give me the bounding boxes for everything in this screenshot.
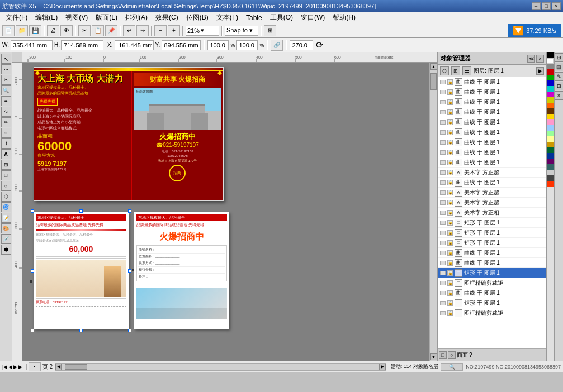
scroll-down-btn[interactable]: ▼ xyxy=(430,353,437,360)
objects-list[interactable]: 🔓曲曲线 于 图层 1🔓曲曲线 于 图层 1🔓曲曲线 于 图层 1🔓曲曲线 于 … xyxy=(438,77,546,348)
cut-button[interactable]: ✂ xyxy=(78,25,91,36)
obj-eye-7[interactable] xyxy=(440,150,446,155)
menu-item-o[interactable]: 工具(O) xyxy=(267,12,296,23)
lock-aspect-btn[interactable]: 🔗 xyxy=(271,40,283,51)
obj-eye-8[interactable] xyxy=(440,160,446,165)
obj-eye-2[interactable] xyxy=(440,100,446,104)
menu-item-c[interactable]: 效果(C) xyxy=(152,12,182,23)
color-blue[interactable] xyxy=(547,80,554,86)
obj-lock-6[interactable]: 🔓 xyxy=(447,140,453,145)
obj-eye-19[interactable] xyxy=(440,271,446,275)
rect-tool[interactable]: □ xyxy=(1,170,11,180)
mini-tool4[interactable]: ⊡ xyxy=(555,82,564,90)
obj-eye-17[interactable] xyxy=(440,251,446,255)
obj-eye-15[interactable] xyxy=(440,231,446,235)
obj-eye-3[interactable] xyxy=(440,110,446,114)
obj-item-21[interactable]: 🔓曲曲线 于 图层 1 xyxy=(438,288,546,298)
obj-item-11[interactable]: 🔓A美术字 方正超 xyxy=(438,188,546,198)
obj-lock-21[interactable]: 🔓 xyxy=(447,290,453,296)
page-nav[interactable]: |◀ ◀ ▶ ▶| xyxy=(0,364,27,370)
h-scroll-thumb[interactable] xyxy=(65,364,87,370)
page-nav-next[interactable]: ▶ xyxy=(13,364,17,370)
menu-item-w[interactable]: 窗口(W) xyxy=(297,12,328,23)
menu-item-table[interactable]: Table xyxy=(243,13,266,23)
color-gray[interactable] xyxy=(547,64,554,69)
color-gold[interactable] xyxy=(547,114,554,119)
menu-item-a[interactable]: 排列(A) xyxy=(122,12,151,23)
obj-item-20[interactable]: 🔓□图框精确剪裁矩 xyxy=(438,278,546,288)
minimize-button[interactable]: − xyxy=(532,2,541,10)
obj-item-10[interactable]: 🔓曲曲线 于 图层 1 xyxy=(438,178,546,188)
obj-lock-0[interactable]: 🔓 xyxy=(447,79,453,85)
obj-item-8[interactable]: 🔓曲曲线 于 图层 1 xyxy=(438,157,546,168)
zoom-in-button[interactable]: + xyxy=(168,25,180,36)
obj-lock-23[interactable]: 🔓 xyxy=(447,310,453,316)
crop-tool[interactable]: ✂ xyxy=(1,75,11,85)
obj-eye-16[interactable] xyxy=(440,241,446,245)
color-light-green[interactable] xyxy=(547,131,554,136)
node-tool[interactable]: ⋯ xyxy=(1,64,11,74)
obj-eye-14[interactable] xyxy=(440,221,446,225)
obj-lock-15[interactable]: 🔓 xyxy=(447,230,453,236)
obj-item-13[interactable]: 🔓A美术字 方正相 xyxy=(438,208,546,218)
panel-expand-btn[interactable]: ≪ xyxy=(527,55,535,63)
obj-item-22[interactable]: 🔓□矩形 于 图层 1 xyxy=(438,298,546,308)
zoom-out-button[interactable]: − xyxy=(154,25,167,36)
color-bright-red[interactable] xyxy=(547,181,554,187)
snap-dropdown[interactable]: Snap to ▾ xyxy=(225,26,258,36)
layer-play-btn[interactable]: ▶ xyxy=(536,67,544,75)
obj-item-14[interactable]: 🔓□矩形 于 图层 1 xyxy=(438,218,546,228)
mini-tool5[interactable]: × xyxy=(555,91,564,100)
print-button[interactable]: 🖨 xyxy=(47,25,59,36)
undo-button[interactable]: ↩ xyxy=(123,25,135,36)
menu-item-v[interactable]: 视图(V) xyxy=(62,12,91,23)
open-button[interactable]: 📁 xyxy=(16,25,28,36)
paper-tool[interactable]: 📝 xyxy=(1,213,11,223)
obj-lock-12[interactable]: 🔓 xyxy=(447,200,453,205)
obj-lock-10[interactable]: 🔓 xyxy=(447,180,453,185)
scale-y-input[interactable] xyxy=(236,40,258,50)
obj-eye-5[interactable] xyxy=(440,130,446,135)
obj-lock-3[interactable]: 🔓 xyxy=(447,109,453,115)
freehand-tool[interactable]: ✒ xyxy=(1,96,11,106)
close-button[interactable]: × xyxy=(552,2,561,10)
h-scroll-right[interactable]: ▶ xyxy=(379,364,386,370)
v-scrollbar[interactable]: ▲ ▼ xyxy=(429,63,437,361)
copy-button[interactable]: 📋 xyxy=(92,25,104,36)
ellipse-tool[interactable]: ○ xyxy=(1,181,11,191)
obj-lock-2[interactable]: 🔓 xyxy=(447,99,453,105)
interactive-tool[interactable]: ⬢ xyxy=(1,245,11,255)
x-input[interactable] xyxy=(115,40,154,50)
obj-item-7[interactable]: 🔓曲曲线 于 图层 1 xyxy=(438,147,546,157)
obj-eye-11[interactable] xyxy=(440,190,446,195)
obj-eye-18[interactable] xyxy=(440,261,446,265)
obj-eye-10[interactable] xyxy=(440,180,446,185)
dimension-tool[interactable]: ↔ xyxy=(1,128,11,138)
tab-icon2[interactable]: ⊞ xyxy=(451,66,460,75)
obj-eye-22[interactable] xyxy=(440,301,446,305)
obj-lock-16[interactable]: 🔓 xyxy=(447,240,453,246)
polygon-tool[interactable]: ⬡ xyxy=(1,192,11,202)
mini-tool1[interactable]: ⊞ xyxy=(555,53,564,62)
color-light-gray[interactable] xyxy=(547,170,554,175)
obj-lock-11[interactable]: 🔓 xyxy=(447,190,453,195)
obj-item-19[interactable]: 🔓□矩形 于 图层 1 xyxy=(438,268,546,278)
new-button[interactable]: 📄 xyxy=(2,25,15,36)
select-tool[interactable]: ↖ xyxy=(1,54,11,64)
color-dark-green[interactable] xyxy=(547,147,554,153)
obj-eye-9[interactable] xyxy=(440,170,446,175)
scroll-up-btn[interactable]: ▲ xyxy=(430,63,437,70)
mini-tool3[interactable]: ✎ xyxy=(555,72,564,81)
y-input[interactable] xyxy=(162,40,201,50)
color-cyan[interactable] xyxy=(547,86,554,92)
panel-footer-help[interactable]: ? xyxy=(469,352,472,358)
color-light-blue[interactable] xyxy=(547,125,554,131)
obj-lock-4[interactable]: 🔓 xyxy=(447,119,453,125)
page-nav-last[interactable]: ▶| xyxy=(18,364,23,370)
color-light-yellow[interactable] xyxy=(547,136,554,142)
eyedropper-tool[interactable]: 💉 xyxy=(1,234,11,244)
color-purple[interactable] xyxy=(547,159,554,164)
height-input[interactable] xyxy=(61,40,103,50)
spiral-tool[interactable]: 🌀 xyxy=(1,202,11,212)
color-black[interactable] xyxy=(547,52,554,58)
